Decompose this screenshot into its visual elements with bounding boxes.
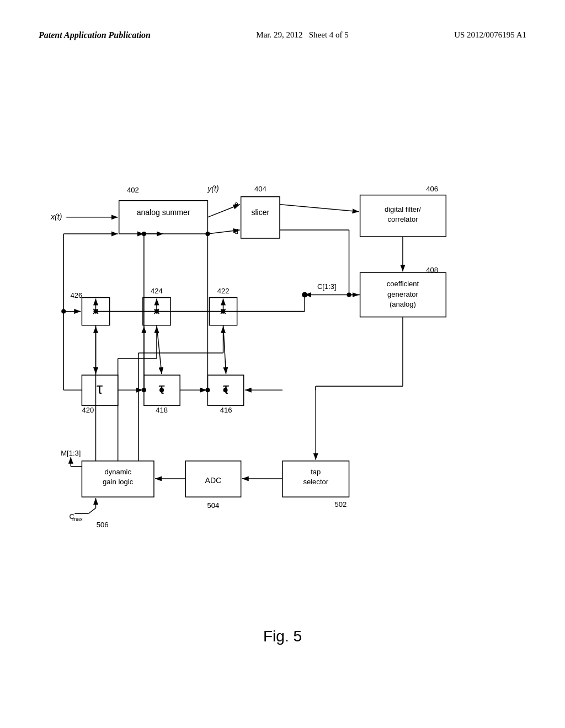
svg-point-76 xyxy=(223,388,228,392)
adc-label: ADC xyxy=(205,476,222,485)
circuit-diagram: analog summer 402 slicer 404 e d digital… xyxy=(33,99,532,618)
y-output-label: y(t) xyxy=(207,184,218,193)
svg-line-74 xyxy=(88,508,95,513)
label-502: 502 xyxy=(335,500,347,508)
header-patent-number: US 2012/0076195 A1 xyxy=(454,30,526,40)
coeff-gen-label2: generator xyxy=(387,290,419,298)
svg-point-28 xyxy=(221,309,226,314)
label-416: 416 xyxy=(220,406,232,414)
c-label: C[1:3] xyxy=(317,282,337,291)
svg-rect-2 xyxy=(119,201,208,234)
delay-420-label: τ xyxy=(97,380,103,397)
label-402: 402 xyxy=(127,186,139,194)
tap-sel-label2: selector xyxy=(303,478,328,486)
figure-label: Fig. 5 xyxy=(263,628,302,645)
svg-point-29 xyxy=(154,309,159,314)
svg-line-17 xyxy=(280,205,359,212)
diagram-area: analog summer 402 slicer 404 e d digital… xyxy=(33,99,532,618)
label-426: 426 xyxy=(70,291,82,299)
page-header: Patent Application Publication Mar. 29, … xyxy=(0,0,565,40)
label-406: 406 xyxy=(426,185,438,193)
slicer-d-label: d xyxy=(234,228,238,235)
label-424: 424 xyxy=(151,287,163,295)
tap-sel-label1: tap xyxy=(311,468,321,476)
slicer-label: slicer xyxy=(251,208,269,217)
label-420: 420 xyxy=(82,406,94,414)
dynamic-gain-label1: dynamic xyxy=(104,468,131,476)
coeff-gen-label3: (analog) xyxy=(390,300,416,308)
label-408: 408 xyxy=(426,266,438,274)
svg-point-56 xyxy=(347,292,351,297)
label-404: 404 xyxy=(254,185,266,193)
analog-summer-label: analog summer xyxy=(137,208,190,217)
svg-line-16 xyxy=(207,205,239,217)
label-418: 418 xyxy=(156,406,168,414)
m-label: M[1:3] xyxy=(61,449,81,457)
coeff-gen-label1: coefficient xyxy=(387,280,419,288)
svg-point-75 xyxy=(159,388,164,392)
digital-filter-label1: digital filter/ xyxy=(385,205,421,213)
svg-rect-3 xyxy=(241,197,280,238)
header-date-sheet: Mar. 29, 2012 Sheet 4 of 5 xyxy=(256,30,349,40)
dynamic-gain-label2: gain logic xyxy=(103,478,134,486)
header-publication-type: Patent Application Publication xyxy=(39,30,151,40)
label-422: 422 xyxy=(217,287,230,295)
svg-point-30 xyxy=(93,309,98,314)
x-input-label: x(t) xyxy=(50,212,62,221)
label-506: 506 xyxy=(97,521,109,529)
digital-filter-label2: correlator xyxy=(387,215,418,223)
header-sheet: Sheet 4 of 5 xyxy=(309,30,349,39)
label-504: 504 xyxy=(207,501,220,510)
header-date: Mar. 29, 2012 xyxy=(256,30,302,39)
cmax-sub-label: max xyxy=(72,516,83,522)
svg-line-32 xyxy=(157,325,162,374)
